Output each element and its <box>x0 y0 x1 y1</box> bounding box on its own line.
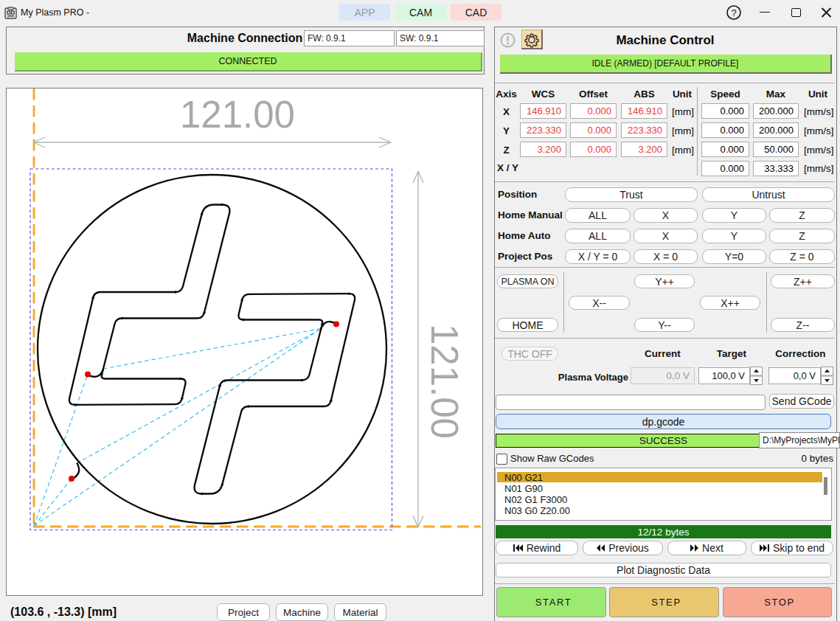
svg-text:121.00: 121.00 <box>180 94 295 136</box>
svg-text:121.00: 121.00 <box>423 324 465 439</box>
svg-text:?: ? <box>731 7 736 18</box>
